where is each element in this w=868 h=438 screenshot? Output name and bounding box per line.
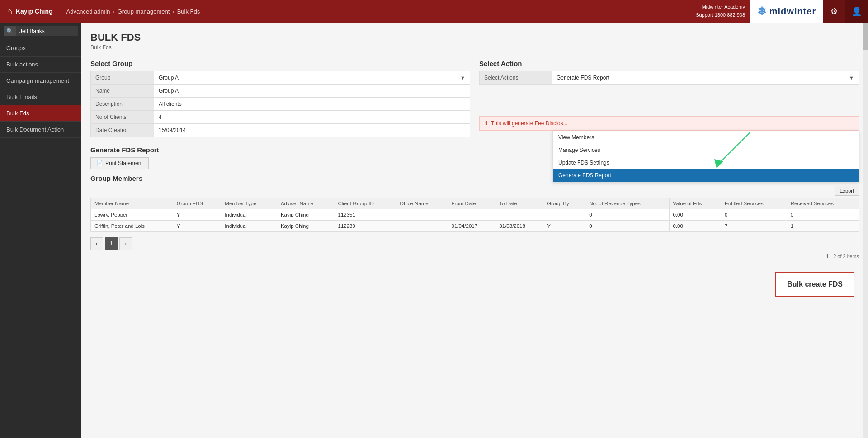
cell-value-fds-1: 0.00: [669, 209, 721, 221]
breadcrumb: Advanced admin › Group management › Bulk…: [53, 8, 696, 15]
group-label: Group: [91, 71, 154, 85]
sidebar-search: 🔍: [0, 23, 81, 40]
bulk-create-label: Bulk create FDS: [787, 280, 843, 288]
no-clients-label: No of Clients: [91, 111, 154, 124]
cell-received-services-2: 1: [787, 221, 859, 232]
settings-button[interactable]: ⚙: [823, 0, 845, 23]
cell-client-group-id-2: 112239: [334, 221, 396, 232]
group-select[interactable]: Group A ▼: [159, 75, 465, 81]
col-entitled-services: Entitled Services: [721, 198, 787, 209]
scrollbar[interactable]: [863, 23, 868, 438]
breadcrumb-group-management[interactable]: Group management: [118, 8, 170, 15]
bulk-create-box: Bulk create FDS: [775, 272, 854, 297]
action-row: Select Actions Generate FDS Report ▼: [480, 71, 859, 85]
action-select-cell: Generate FDS Report ▼: [552, 71, 859, 85]
search-input[interactable]: [16, 26, 78, 36]
prev-page-button[interactable]: ‹: [90, 237, 103, 250]
sidebar-item-bulk-document-action[interactable]: Bulk Document Action: [0, 122, 81, 138]
sidebar-item-bulk-actions[interactable]: Bulk actions: [0, 57, 81, 73]
sections-row: Select Group Group Group A ▼ Name: [90, 60, 859, 137]
next-page-button[interactable]: ›: [119, 237, 132, 250]
no-clients-row: No of Clients 4: [91, 111, 470, 124]
date-created-value: 15/09/2014: [154, 124, 470, 137]
cell-value-fds-2: 0.00: [669, 221, 721, 232]
svg-line-0: [719, 132, 750, 164]
name-label: Name: [91, 85, 154, 98]
sidebar-item-campaign-management-label: Campaign management: [6, 77, 69, 84]
col-adviser-name: Adviser Name: [277, 198, 334, 209]
top-nav: ⌂ Kayip Ching Advanced admin › Group man…: [0, 0, 868, 23]
members-table-header: Member Name Group FDS Member Type Advise…: [91, 198, 859, 209]
page-1-button[interactable]: 1: [105, 237, 118, 250]
select-actions-label: Select Actions: [480, 71, 552, 85]
print-statement-button[interactable]: 📄 Print Statement: [90, 157, 149, 169]
dropdown-item-view-members[interactable]: View Members: [553, 131, 859, 144]
action-table: Select Actions Generate FDS Report ▼: [479, 71, 859, 85]
breadcrumb-bulk-fds[interactable]: Bulk Fds: [177, 8, 200, 15]
name-row: Name Group A: [91, 85, 470, 98]
description-label: Description: [91, 98, 154, 111]
sidebar-item-bulk-emails[interactable]: Bulk Emails: [0, 89, 81, 105]
search-icon[interactable]: 🔍: [4, 26, 16, 36]
sidebar: 🔍 Groups Bulk actions Campaign managemen…: [0, 23, 81, 438]
group-row: Group Group A ▼: [91, 71, 470, 85]
cell-entitled-services-2: 7: [721, 221, 787, 232]
group-table: Group Group A ▼ Name Group A Des: [90, 71, 470, 137]
midwinter-logo: ❄ midwinter: [750, 0, 823, 23]
info-alert: ℹ This will generate Fee Disclos...: [479, 116, 859, 131]
info-icon: ℹ: [485, 120, 487, 127]
dropdown-item-update-fds[interactable]: Update FDS Settings: [553, 156, 859, 169]
page-subtitle: Bulk Fds: [90, 44, 859, 51]
export-button[interactable]: Export: [835, 186, 859, 196]
action-table-wrapper: Select Actions Generate FDS Report ▼ Vi: [479, 71, 859, 131]
cell-no-revenue-types-2: 0: [585, 221, 669, 232]
sidebar-item-bulk-fds[interactable]: Bulk Fds: [0, 105, 81, 122]
cell-to-date-2: 31/03/2018: [495, 221, 543, 232]
home-icon[interactable]: ⌂: [7, 7, 12, 16]
arrow-svg: [710, 127, 764, 173]
col-no-revenue-types: No. of Revenue Types: [585, 198, 669, 209]
cell-group-by-2: Y: [543, 221, 585, 232]
action-select[interactable]: Generate FDS Report ▼: [557, 75, 854, 81]
col-value-of-fds: Value of Fds: [669, 198, 721, 209]
cell-received-services-1: 0: [787, 209, 859, 221]
group-value: Group A: [159, 75, 179, 81]
midwinter-academy-label: Midwinter Academy: [696, 3, 745, 11]
breadcrumb-advanced-admin[interactable]: Advanced admin: [66, 8, 110, 15]
col-client-group-id: Client Group ID: [334, 198, 396, 209]
dropdown-item-generate-fds[interactable]: Generate FDS Report: [553, 169, 859, 182]
user-profile-button[interactable]: 👤: [845, 0, 868, 23]
action-dropdown-menu: View Members Manage Services Update FDS …: [552, 131, 859, 182]
page-title: BULK FDS: [90, 32, 859, 43]
select-action-section: Select Action Select Actions Generate FD…: [479, 60, 859, 137]
snowflake-icon: ❄: [757, 5, 767, 18]
main-content: BULK FDS Bulk Fds Select Group Group Gro…: [81, 23, 868, 438]
cell-member-name-2: Griffin, Peter and Lois: [91, 221, 173, 232]
midwinter-info: Midwinter Academy Support 1300 882 938: [696, 3, 750, 19]
top-nav-left: ⌂ Kayip Ching: [0, 7, 53, 16]
group-members-section: Group Members Export Member Name Group F…: [90, 174, 859, 259]
info-alert-text: This will generate Fee Disclos...: [491, 120, 567, 127]
cell-no-revenue-types-1: 0: [585, 209, 669, 221]
cell-adviser-name-1: Kayip Ching: [277, 209, 334, 221]
cell-office-name-2: [396, 221, 448, 232]
dropdown-item-manage-services[interactable]: Manage Services: [553, 144, 859, 156]
group-value-cell: Group A ▼: [154, 71, 470, 85]
sidebar-item-campaign-management[interactable]: Campaign management: [0, 73, 81, 89]
breadcrumb-separator-2: ›: [172, 8, 174, 15]
cell-member-type-1: Individual: [221, 209, 277, 221]
cell-group-fds-2: Y: [173, 221, 221, 232]
col-from-date: From Date: [448, 198, 495, 209]
date-created-row: Date Created 15/09/2014: [91, 124, 470, 137]
scrollbar-thumb[interactable]: [863, 23, 868, 50]
select-group-section: Select Group Group Group A ▼ Name: [90, 60, 470, 137]
sidebar-item-groups[interactable]: Groups: [0, 40, 81, 57]
support-label: Support 1300 882 938: [696, 11, 745, 19]
description-row: Description All clients: [91, 98, 470, 111]
cell-group-fds-1: Y: [173, 209, 221, 221]
date-created-label: Date Created: [91, 124, 154, 137]
sidebar-item-bulk-actions-label: Bulk actions: [6, 61, 38, 68]
cell-entitled-services-1: 0: [721, 209, 787, 221]
action-dropdown-arrow: ▼: [849, 75, 854, 80]
group-dropdown-arrow: ▼: [460, 75, 465, 80]
